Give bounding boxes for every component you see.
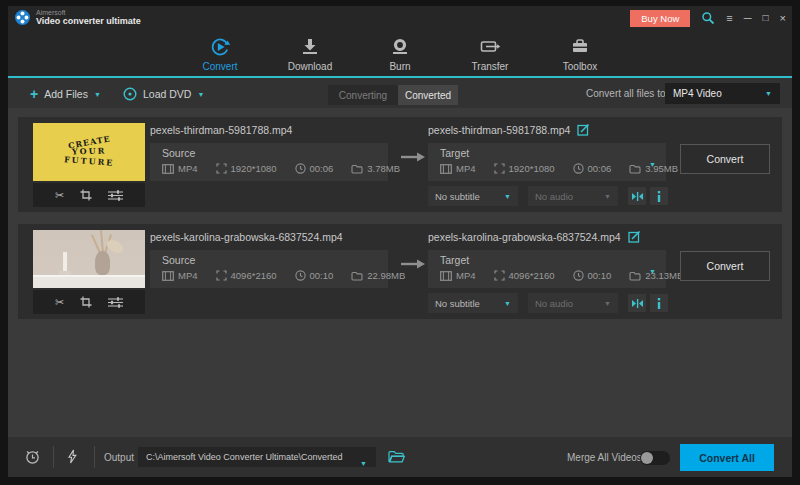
- tab-download[interactable]: Download: [275, 30, 345, 76]
- resolution-icon: [216, 163, 227, 174]
- video-thumbnail[interactable]: [33, 230, 145, 288]
- download-icon: [299, 36, 321, 58]
- high-speed-bolt-icon[interactable]: [66, 449, 78, 467]
- subtitle-dropdown[interactable]: No subtitle▼: [428, 293, 518, 313]
- titlebar: Aimersoft Video converter ultimate Buy N…: [8, 6, 792, 30]
- rename-edit-icon[interactable]: [628, 230, 641, 243]
- maximize-button[interactable]: □: [763, 13, 769, 23]
- target-format-dropdown[interactable]: ▼: [649, 262, 656, 277]
- duration-meta: 00:06: [573, 163, 612, 174]
- menu-icon[interactable]: ≡: [726, 13, 732, 24]
- trim-scissors-icon[interactable]: ✂: [55, 297, 64, 308]
- convert-all-button[interactable]: Convert All: [680, 444, 774, 471]
- register-search-icon[interactable]: [701, 11, 715, 25]
- convert-button[interactable]: Convert: [680, 251, 770, 281]
- arrow-right-icon: [400, 149, 426, 167]
- folder-icon: [351, 164, 363, 174]
- chevron-down-icon: ▼: [94, 91, 101, 98]
- target-label: Target: [440, 254, 666, 266]
- compress-icon[interactable]: [628, 187, 646, 205]
- clock-icon: [573, 270, 584, 281]
- resolution-icon: [494, 270, 505, 281]
- tab-burn[interactable]: Burn: [365, 30, 435, 76]
- format-meta: MP4: [162, 270, 198, 281]
- target-format-dropdown[interactable]: ▼: [649, 155, 656, 170]
- filesize-meta: 3.78MB: [351, 163, 400, 174]
- clock-icon: [295, 270, 306, 281]
- info-icon[interactable]: [650, 294, 668, 312]
- tab-convert-label: Convert: [202, 61, 237, 72]
- load-dvd-label: Load DVD: [143, 88, 191, 100]
- app-title: Video converter ultimate: [36, 17, 141, 27]
- audio-dropdown[interactable]: No audio▼: [528, 186, 618, 206]
- effects-sliders-icon[interactable]: [108, 190, 123, 201]
- arrow-right-icon: [400, 256, 426, 274]
- clock-icon: [573, 163, 584, 174]
- tab-toolbox[interactable]: Toolbox: [545, 30, 615, 76]
- aimersoft-logo-icon: [15, 10, 30, 25]
- effects-sliders-icon[interactable]: [108, 297, 123, 308]
- crop-icon[interactable]: [80, 189, 92, 201]
- app-window: Aimersoft Video converter ultimate Buy N…: [8, 6, 792, 477]
- convert-button[interactable]: Convert: [680, 144, 770, 174]
- file-row: CREATE YOUR FUTURE ✂ pexels-thirdman-598…: [18, 117, 782, 212]
- compress-icon[interactable]: [628, 294, 646, 312]
- minimize-button[interactable]: ─: [744, 13, 752, 24]
- divider: [94, 446, 95, 468]
- target-filename: pexels-karolina-grabowska-6837524.mp4: [428, 231, 621, 243]
- video-thumbnail[interactable]: CREATE YOUR FUTURE: [33, 123, 145, 181]
- format-meta: MP4: [440, 163, 476, 174]
- duration-meta: 00:06: [295, 163, 334, 174]
- tab-convert[interactable]: Convert: [185, 30, 255, 76]
- filesize-meta: 22.98MB: [351, 270, 405, 281]
- output-label: Output: [104, 452, 134, 463]
- bottom-bar: Output ▼ Merge All Videos Convert All: [8, 437, 792, 477]
- edit-toolbar: ✂: [33, 183, 145, 207]
- video-thumbnail-block: ✂: [33, 230, 145, 314]
- film-icon: [162, 164, 174, 174]
- output-format-value: MP4 Video: [673, 88, 722, 99]
- tab-toolbox-label: Toolbox: [563, 61, 597, 72]
- chevron-down-icon: ▼: [504, 300, 511, 307]
- tab-transfer[interactable]: Transfer: [455, 30, 525, 76]
- output-path-input[interactable]: [138, 447, 376, 467]
- duration-meta: 00:10: [295, 270, 334, 281]
- crop-icon[interactable]: [80, 296, 92, 308]
- thumbnail-text: FUTURE: [64, 155, 115, 168]
- resolution-meta: 4096*2160: [494, 270, 555, 281]
- filesize-meta: 23.13MB: [629, 270, 683, 281]
- close-button[interactable]: ×: [780, 13, 786, 24]
- chevron-down-icon: ▼: [197, 91, 204, 98]
- output-path-dropdown[interactable]: ▼: [360, 454, 367, 469]
- open-folder-icon[interactable]: [388, 450, 405, 466]
- subtitle-dropdown[interactable]: No subtitle▼: [428, 186, 518, 206]
- chevron-down-icon: ▼: [765, 90, 772, 97]
- chevron-down-icon: ▼: [604, 193, 611, 200]
- merge-toggle[interactable]: [640, 451, 670, 465]
- output-format-dropdown[interactable]: MP4 Video ▼: [665, 83, 780, 104]
- target-filename: pexels-thirdman-5981788.mp4: [428, 124, 570, 136]
- folder-icon: [629, 271, 641, 281]
- clock-icon: [295, 163, 306, 174]
- burn-disc-icon: [389, 36, 411, 58]
- transfer-device-icon: [479, 36, 501, 58]
- info-icon[interactable]: [650, 187, 668, 205]
- toolbar: + Add Files ▼ Load DVD ▼ Converting Conv…: [8, 76, 792, 108]
- merge-all-videos-label: Merge All Videos: [567, 452, 642, 463]
- rename-edit-icon[interactable]: [577, 123, 590, 136]
- schedule-clock-icon[interactable]: [24, 448, 41, 468]
- tab-converted[interactable]: Converted: [398, 85, 458, 105]
- resolution-icon: [216, 270, 227, 281]
- film-icon: [440, 271, 452, 281]
- folder-icon: [629, 164, 641, 174]
- source-info-panel: Source MP4 1920*1080 00:06 3.78MB: [150, 143, 388, 181]
- video-thumbnail-block: CREATE YOUR FUTURE ✂: [33, 123, 145, 207]
- buy-now-button[interactable]: Buy Now: [630, 10, 690, 27]
- add-files-button[interactable]: + Add Files ▼: [30, 84, 101, 104]
- trim-scissors-icon[interactable]: ✂: [55, 190, 64, 201]
- audio-dropdown[interactable]: No audio▼: [528, 293, 618, 313]
- toggle-knob: [641, 452, 653, 464]
- source-filename: pexels-thirdman-5981788.mp4: [150, 124, 292, 136]
- tab-converting[interactable]: Converting: [328, 85, 398, 105]
- load-dvd-button[interactable]: Load DVD ▼: [123, 84, 204, 104]
